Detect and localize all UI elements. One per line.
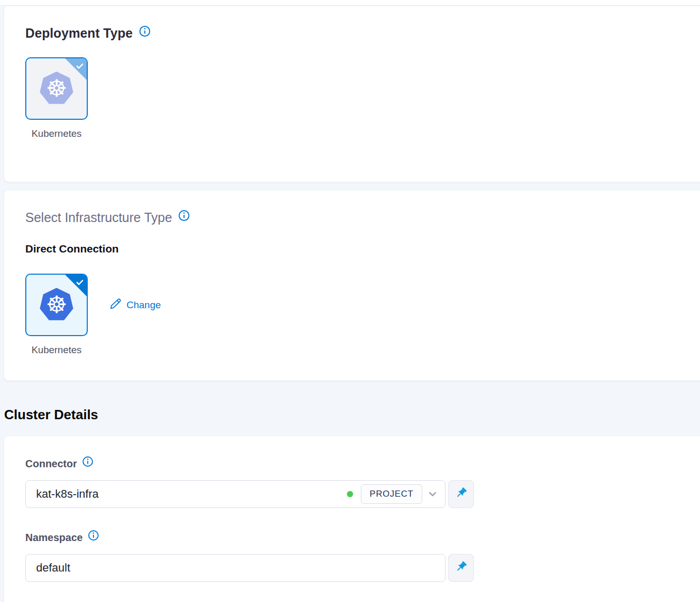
info-icon[interactable] — [178, 210, 190, 224]
infrastructure-kubernetes-tile[interactable]: ☸ — [25, 274, 88, 336]
namespace-value: default — [36, 561, 70, 575]
kubernetes-icon: ☸ — [40, 288, 74, 322]
pin-icon — [454, 486, 468, 502]
pin-icon — [454, 560, 468, 576]
connector-pin-button[interactable] — [448, 480, 474, 508]
deployment-type-kubernetes-tile[interactable]: ☸ — [25, 57, 88, 120]
infrastructure-tile-label: Kubernetes — [25, 344, 88, 356]
connector-label: Connector — [25, 458, 77, 470]
change-infrastructure-button[interactable]: Change — [109, 298, 161, 312]
connector-scope-badge[interactable]: PROJECT — [361, 484, 422, 504]
info-icon[interactable] — [82, 456, 93, 469]
infrastructure-title: Select Infrastructure Type — [25, 210, 172, 225]
check-icon — [75, 278, 84, 289]
info-icon[interactable] — [139, 25, 151, 39]
deployment-type-card: Deployment Type ☸ Kubernete — [4, 6, 700, 182]
infrastructure-card: Select Infrastructure Type Direct Connec… — [4, 191, 700, 381]
connector-input[interactable]: kat-k8s-infra PROJECT — [25, 480, 446, 508]
pencil-icon — [109, 298, 121, 312]
check-icon — [75, 61, 84, 72]
connector-value: kat-k8s-infra — [36, 487, 99, 501]
direct-connection-subtitle: Direct Connection — [25, 243, 700, 255]
namespace-pin-button[interactable] — [448, 554, 474, 582]
cluster-details-card: Connector kat-k8s-infra PROJECT — [4, 436, 700, 602]
connector-status-dot — [347, 491, 353, 497]
cluster-details-heading: Cluster Details — [4, 407, 98, 423]
deployment-type-title: Deployment Type — [25, 26, 133, 41]
change-link-label: Change — [126, 299, 161, 311]
namespace-input[interactable]: default — [25, 554, 446, 582]
kubernetes-icon: ☸ — [40, 72, 74, 106]
top-divider-strip — [0, 0, 700, 6]
info-icon[interactable] — [88, 530, 99, 543]
namespace-label: Namespace — [25, 532, 83, 544]
deployment-type-tile-label: Kubernetes — [25, 128, 88, 139]
chevron-down-icon[interactable] — [426, 488, 439, 500]
